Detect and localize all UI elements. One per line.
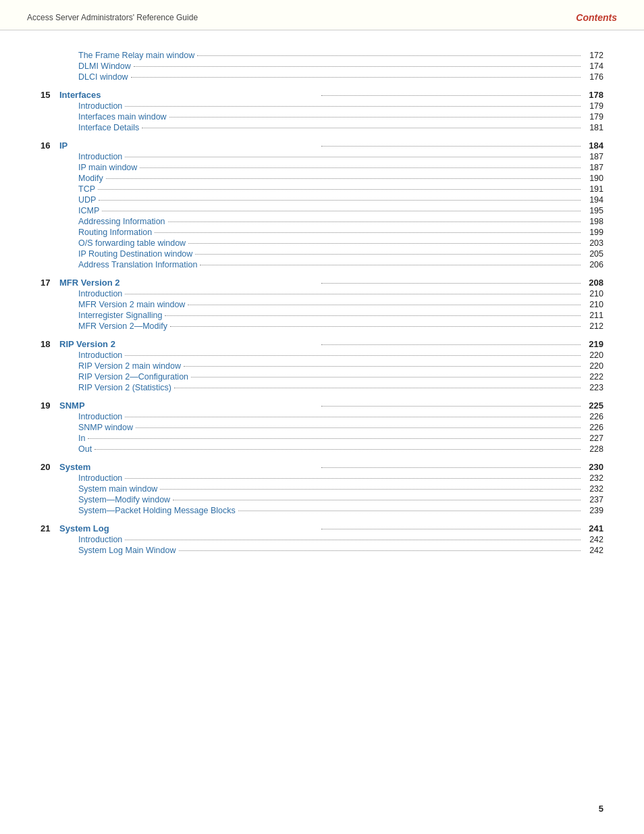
list-item: System main window 232 [41, 484, 603, 494]
list-item: Out 228 [41, 444, 603, 454]
chapter-page: 241 [583, 523, 603, 533]
list-item: System—Modify window 237 [41, 495, 603, 504]
item-page: 176 [583, 72, 603, 82]
page-number: 5 [599, 804, 603, 814]
item-title: SNMP window [78, 423, 133, 432]
dots [321, 344, 581, 345]
dots [321, 406, 581, 407]
item-title: Introduction [78, 152, 122, 161]
dots [200, 265, 581, 265]
item-title: Introduction [78, 101, 122, 111]
item-page: 220 [583, 350, 603, 360]
page-footer: 5 [599, 804, 603, 814]
item-title: System main window [78, 484, 157, 494]
list-item: In 227 [41, 434, 603, 443]
item-page: 191 [583, 184, 603, 194]
item-page: 205 [583, 249, 603, 259]
chapter-num: 19 [41, 400, 59, 411]
dots [95, 449, 581, 450]
item-page: 242 [583, 546, 603, 555]
item-title: Interfaces main window [78, 112, 167, 122]
item-title: Modify [78, 174, 103, 183]
item-title: DLCI window [78, 72, 128, 82]
chapter-title: System Log [59, 523, 319, 533]
item-title: MFR Version 2 main window [78, 300, 185, 309]
item-title: Introduction [78, 473, 122, 483]
item-title: Introduction [78, 535, 122, 544]
dots [102, 211, 581, 211]
list-item: Routing Information 199 [41, 228, 603, 237]
dots [168, 221, 581, 222]
item-title: Interregister Signalling [78, 311, 162, 320]
dots [125, 355, 581, 356]
dots [106, 178, 581, 179]
toc-section-ch18: 18 RIP Version 2 219 Introduction 220 RI… [41, 339, 603, 392]
toc-section-ch14-cont: The Frame Relay main window 172 DLMI Win… [41, 51, 603, 82]
dots [188, 305, 581, 305]
item-page: 227 [583, 434, 603, 443]
item-page: 242 [583, 535, 603, 544]
dots [88, 438, 581, 439]
item-title: Introduction [78, 412, 122, 421]
list-item: System Log Main Window 242 [41, 546, 603, 555]
dots [321, 95, 581, 96]
list-item: TCP 191 [41, 184, 603, 194]
item-page: 228 [583, 444, 603, 454]
item-title: The Frame Relay main window [78, 51, 194, 60]
dots [321, 467, 581, 468]
dots [125, 294, 581, 294]
item-title: IP main window [78, 163, 137, 172]
chapter-page: 208 [583, 278, 603, 288]
toc-chapter: 19 SNMP 225 [41, 400, 603, 411]
item-title: RIP Version 2—Configuration [78, 372, 188, 382]
toc-section-ch15: 15 Interfaces 178 Introduction 179 Inter… [41, 90, 603, 132]
list-item: Introduction 242 [41, 535, 603, 544]
dots [321, 283, 581, 284]
list-item: DLMI Window 174 [41, 61, 603, 71]
dots [321, 529, 581, 529]
item-page: 187 [583, 163, 603, 172]
item-title: Introduction [78, 289, 122, 298]
page-header: Access Server Administrators' Reference … [0, 0, 644, 30]
chapter-page: 178 [583, 90, 603, 100]
item-page: 179 [583, 112, 603, 122]
dots [195, 254, 581, 255]
toc-section-ch20: 20 System 230 Introduction 232 System ma… [41, 462, 603, 515]
list-item: Introduction 226 [41, 412, 603, 421]
item-page: 203 [583, 238, 603, 248]
list-item: Address Translation Information 206 [41, 260, 603, 269]
dots [125, 478, 581, 479]
item-page: 222 [583, 372, 603, 382]
list-item: O/S forwarding table window 203 [41, 238, 603, 248]
list-item: DLCI window 176 [41, 72, 603, 82]
item-page: 210 [583, 289, 603, 298]
list-item: The Frame Relay main window 172 [41, 51, 603, 60]
dots [125, 157, 581, 157]
dots [197, 55, 581, 56]
dots [321, 146, 581, 147]
dots [155, 232, 581, 233]
dots [165, 315, 581, 316]
list-item: Introduction 220 [41, 350, 603, 360]
list-item: Interfaces main window 179 [41, 112, 603, 122]
list-item: Interregister Signalling 211 [41, 311, 603, 320]
item-page: 220 [583, 361, 603, 371]
item-title: Introduction [78, 350, 122, 360]
toc-chapter: 17 MFR Version 2 208 [41, 278, 603, 288]
item-title: System Log Main Window [78, 546, 176, 555]
toc-section-ch21: 21 System Log 241 Introduction 242 Syste… [41, 523, 603, 555]
item-title: MFR Version 2—Modify [78, 321, 167, 331]
item-page: 199 [583, 228, 603, 237]
item-page: 211 [583, 311, 603, 320]
toc-section-ch17: 17 MFR Version 2 208 Introduction 210 MF… [41, 278, 603, 331]
item-page: 179 [583, 101, 603, 111]
item-page: 190 [583, 174, 603, 183]
item-title: RIP Version 2 main window [78, 361, 181, 371]
item-page: 181 [583, 123, 603, 132]
toc-chapter: 20 System 230 [41, 462, 603, 472]
item-page: 187 [583, 152, 603, 161]
dots [169, 117, 581, 118]
chapter-num: 20 [41, 462, 59, 472]
list-item: MFR Version 2 main window 210 [41, 300, 603, 309]
list-item: ICMP 195 [41, 206, 603, 215]
